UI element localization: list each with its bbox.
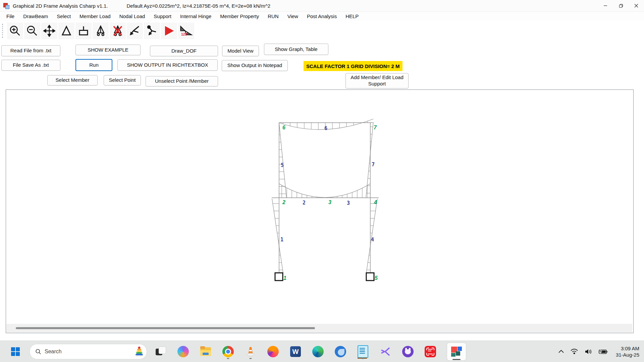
menu-item-member-load[interactable]: Member Load — [75, 12, 115, 20]
battery-icon[interactable] — [598, 348, 608, 355]
run-icon[interactable] — [161, 22, 177, 39]
windows-logo-icon — [11, 347, 20, 356]
frame-moment-diagram: 67234156572314 — [6, 90, 633, 323]
wifi-icon[interactable] — [570, 348, 578, 355]
menu-bar: FileDrawBeamSelectMember LoadNodal LoadS… — [0, 12, 644, 21]
search-box[interactable]: Search — [30, 344, 147, 359]
thunderbird-icon[interactable] — [334, 344, 347, 359]
svg-text:2: 2 — [282, 199, 285, 205]
menu-item-view[interactable]: View — [283, 12, 303, 20]
pan-icon[interactable] — [41, 22, 57, 39]
start-button[interactable] — [9, 345, 22, 358]
show-graph-table-button[interactable]: Show Graph, Table — [264, 44, 328, 55]
title-bar: Graphical 2D Frame Analysis Csharp v1.1.… — [0, 0, 644, 12]
svg-text:7: 7 — [374, 125, 377, 130]
draw-dof-button[interactable]: Draw_DOF — [150, 46, 218, 56]
app-icon — [3, 3, 9, 9]
toolbar-grip[interactable] — [2, 24, 5, 38]
menu-item-member-property[interactable]: Member Property — [216, 12, 263, 20]
svg-text:3: 3 — [328, 199, 331, 205]
visual-studio-icon[interactable] — [379, 344, 392, 359]
svg-text:123: 123 — [181, 32, 187, 36]
show-output-notepad-button[interactable]: Show Output in Notepad — [222, 60, 288, 71]
edge-icon[interactable] — [312, 344, 324, 359]
close-button[interactable] — [629, 0, 644, 11]
roller-support-icon[interactable] — [93, 22, 109, 39]
menu-item-post-analysis[interactable]: Post Analysis — [303, 12, 341, 20]
chrome-icon[interactable] — [222, 344, 234, 359]
app-window: Graphical 2D Frame Analysis Csharp v1.1.… — [0, 0, 644, 341]
zoom-in-icon[interactable] — [7, 22, 23, 39]
vs-glyph — [380, 346, 391, 357]
menu-item-select[interactable]: Select — [52, 12, 75, 20]
menu-item-file[interactable]: File — [2, 12, 19, 20]
minimize-button[interactable] — [598, 0, 613, 11]
show-example-button[interactable]: SHOW EXAMPLE — [75, 45, 141, 55]
svg-text:5: 5 — [375, 275, 378, 281]
menu-item-nodal-load[interactable]: Nodal Load — [115, 12, 150, 20]
github-desktop-icon[interactable] — [401, 344, 414, 359]
notepad-icon[interactable] — [357, 344, 369, 359]
select-point-button[interactable]: Select Point — [104, 75, 141, 85]
svg-text:6: 6 — [282, 125, 285, 130]
volume-icon[interactable] — [584, 348, 592, 355]
svg-text:1: 1 — [283, 275, 286, 281]
run-button[interactable]: Run — [75, 59, 112, 71]
svg-text:3: 3 — [347, 200, 350, 206]
default-properties-text: Default Ayz=0.0225m^2, Iz=4.21875E-05 m^… — [126, 3, 270, 9]
window-title: Graphical 2D Frame Analysis Csharp v1.1. — [13, 3, 108, 9]
select-member-button[interactable]: Select Member — [47, 75, 98, 85]
menu-item-help[interactable]: HELP — [341, 12, 363, 20]
menu-item-support[interactable]: Support — [149, 12, 176, 20]
svg-text:2: 2 — [303, 200, 306, 206]
read-file-button[interactable]: Read File from .txt — [1, 45, 60, 56]
search-icon — [35, 349, 41, 355]
menu-item-run[interactable]: RUN — [263, 12, 283, 20]
dimension-123-icon[interactable]: 123 — [178, 22, 194, 39]
minimize-icon — [603, 4, 607, 8]
close-icon — [634, 4, 638, 8]
search-placeholder: Search — [45, 349, 135, 355]
clock-date: 31-Aug-25 — [616, 352, 639, 358]
add-member-edit-load-button[interactable]: Add Member/ Edit Load Support — [345, 73, 409, 88]
red-scan-app-icon[interactable] — [424, 344, 437, 359]
clock-time: 3:09 AM — [616, 345, 639, 352]
svg-text:6: 6 — [324, 125, 327, 131]
svg-text:7: 7 — [372, 162, 375, 168]
frame-analysis-glyph — [451, 347, 462, 357]
frame-analysis-app-icon[interactable] — [446, 344, 467, 359]
model-view-button[interactable]: Model View — [222, 46, 259, 56]
restore-button[interactable] — [613, 0, 629, 11]
vlc-cone — [245, 346, 256, 357]
moment-load-icon[interactable] — [127, 22, 143, 39]
pin-support-icon[interactable] — [58, 22, 74, 39]
svg-text:4: 4 — [371, 237, 374, 243]
task-view-icon[interactable] — [154, 344, 167, 359]
svg-text:4: 4 — [374, 199, 377, 205]
delete-support-icon[interactable] — [110, 22, 126, 39]
canvas-hscrollbar-track[interactable] — [6, 324, 632, 333]
taskbar-clock[interactable]: 3:09 AM 31-Aug-25 — [616, 345, 639, 358]
scale-factor-label: SCALE FACTOR 1 GRID DIVISION= 2 M — [304, 61, 402, 71]
svg-text:5: 5 — [281, 162, 284, 168]
word-icon[interactable]: W — [289, 344, 302, 359]
search-highlight-icon[interactable] — [135, 347, 143, 357]
nodal-moment-icon[interactable] — [144, 22, 160, 39]
toolbar: 123 — [0, 21, 644, 41]
copilot-icon[interactable] — [177, 344, 190, 359]
menu-item-internal-hinge[interactable]: Internal Hinge — [176, 12, 216, 20]
zoom-out-icon[interactable] — [24, 22, 40, 39]
analysis-canvas[interactable]: 67234156572314 — [6, 89, 634, 333]
restore-icon — [619, 4, 623, 8]
file-explorer-icon[interactable] — [199, 344, 212, 359]
show-output-richtextbox-button[interactable]: SHOW OUTPUT IN RICHTEXTBOX — [117, 59, 218, 71]
file-save-button[interactable]: File Save As .txt — [1, 60, 60, 71]
firefox-icon[interactable] — [267, 344, 279, 359]
unselect-point-member-button[interactable]: Unselect Point /Member — [146, 76, 218, 86]
fixed-support-icon[interactable] — [75, 22, 92, 39]
vlc-icon[interactable] — [244, 344, 257, 359]
hidden-icons-chevron[interactable] — [558, 350, 564, 354]
taskbar: Search W — [0, 341, 644, 362]
menu-item-drawbeam[interactable]: DrawBeam — [19, 12, 52, 20]
canvas-hscrollbar-thumb[interactable] — [16, 327, 315, 329]
